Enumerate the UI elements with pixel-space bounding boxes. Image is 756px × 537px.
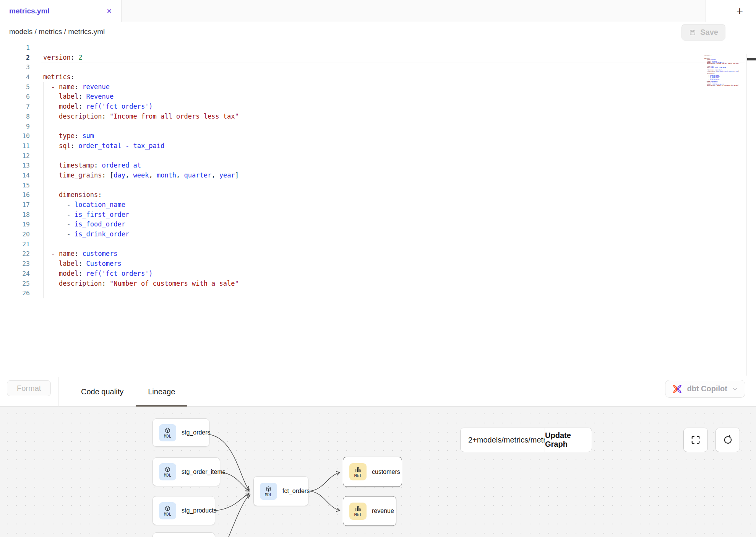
code-line-1[interactable]: 1 [0, 43, 756, 53]
scrollbar-thumb[interactable] [747, 58, 756, 60]
lineage-node-revenue[interactable]: MET revenue [343, 496, 396, 526]
code-line-17[interactable]: 17- location_name [0, 200, 756, 210]
format-button[interactable]: Format [7, 380, 51, 396]
new-tab-icon[interactable]: + [736, 5, 743, 17]
line-content: - is_food_order [43, 220, 125, 229]
code-line-22[interactable]: 22- name: customers [0, 249, 756, 259]
line-number: 19 [0, 220, 30, 229]
line-number: 22 [0, 249, 30, 259]
code-line-21[interactable]: 21 [0, 239, 756, 249]
code-line-8[interactable]: 8description: "Income from all orders le… [0, 112, 756, 122]
code-line-10[interactable]: 10type: sum [0, 131, 756, 141]
chevron-down-icon [732, 386, 738, 392]
code-line-5[interactable]: 5- name: revenue [0, 82, 756, 92]
code-line-25[interactable]: 25description: "Number of customers with… [0, 279, 756, 289]
minimap[interactable]: version: 2 metrics: - name: revenue labe… [704, 54, 745, 88]
lineage-node-customers[interactable]: MET customers [343, 457, 402, 487]
refresh-icon [723, 435, 733, 445]
code-line-7[interactable]: 7model: ref('fct_orders') [0, 102, 756, 112]
breadcrumb-row: models / metrics / metrics.yml Save [0, 22, 756, 42]
line-number: 21 [0, 239, 30, 249]
node-label: stg_products [182, 507, 217, 514]
line-content: - name: revenue [43, 82, 110, 92]
line-number: 10 [0, 131, 30, 141]
line-number: 16 [0, 190, 30, 200]
line-content: description: "Income from all orders les… [43, 112, 239, 122]
lineage-node-stg_orders[interactable]: MDL stg_orders [152, 418, 209, 447]
tab-code-quality[interactable]: Code quality [69, 377, 136, 407]
code-line-12[interactable]: 12 [0, 151, 756, 161]
line-content: description: "Number of customers with a… [43, 279, 239, 289]
cube-icon [164, 427, 171, 434]
code-line-24[interactable]: 24model: ref('fct_orders') [0, 269, 756, 279]
code-line-18[interactable]: 18- is_first_order [0, 210, 756, 220]
line-number: 20 [0, 229, 30, 239]
line-content: - name: customers [43, 249, 118, 259]
save-button[interactable]: Save [681, 24, 725, 41]
line-number: 9 [0, 122, 30, 132]
line-content: timestamp: ordered_at [43, 161, 141, 171]
line-content: - location_name [43, 200, 125, 210]
new-tab-area: + [705, 0, 756, 22]
line-content: - is_drink_order [43, 229, 129, 239]
lineage-node-stg_products[interactable]: MDL stg_products [152, 496, 215, 525]
code-line-9[interactable]: 9 [0, 122, 756, 132]
graph-filter-input[interactable]: 2+models/metrics/metrics.y [461, 428, 545, 452]
code-line-26[interactable]: 26 [0, 288, 756, 298]
bar-chart-icon [355, 505, 362, 512]
line-content: label: Customers [43, 259, 122, 269]
code-line-2[interactable]: 2version: 2 [0, 53, 756, 63]
line-number: 8 [0, 112, 30, 122]
line-content: metrics: [43, 72, 75, 82]
code-line-15[interactable]: 15 [0, 181, 756, 190]
line-content: time_grains: [day, week, month, quarter,… [43, 171, 239, 181]
code-line-20[interactable]: 20- is_drink_order [0, 229, 756, 239]
dbt-copilot-button[interactable]: dbt Copilot [665, 380, 745, 398]
line-content [43, 181, 59, 190]
code-line-23[interactable]: 23label: Customers [0, 259, 756, 269]
metric-badge: MET [349, 503, 367, 520]
code-line-14[interactable]: 14time_grains: [day, week, month, quarte… [0, 171, 756, 181]
tab-metrics-yml[interactable]: metrics.yml ✕ [0, 0, 122, 22]
minimap-line: description: "Number of customers with a… [704, 85, 745, 86]
save-icon [689, 29, 696, 36]
line-number: 5 [0, 82, 30, 92]
line-content: model: ref('fct_orders') [43, 102, 153, 112]
line-content [43, 288, 59, 298]
lineage-node-fct_orders[interactable]: MDL fct_orders [253, 476, 308, 506]
fullscreen-icon [691, 435, 701, 445]
lineage-graph[interactable]: MDL stg_orders MDL stg_order_items MDL s… [0, 407, 756, 537]
model-badge: MDL [260, 483, 277, 500]
cube-icon [265, 486, 272, 492]
code-line-6[interactable]: 6label: Revenue [0, 92, 756, 102]
code-line-4[interactable]: 4metrics: [0, 72, 756, 82]
model-badge: MDL [159, 424, 176, 441]
line-number: 18 [0, 210, 30, 220]
code-line-13[interactable]: 13timestamp: ordered_at [0, 161, 756, 171]
model-badge: MDL [159, 502, 176, 519]
dbt-copilot-icon [672, 384, 682, 394]
line-number: 24 [0, 269, 30, 279]
close-icon[interactable]: ✕ [107, 7, 112, 15]
code-line-16[interactable]: 16dimensions: [0, 190, 756, 200]
tab-lineage[interactable]: Lineage [136, 377, 187, 407]
code-line-19[interactable]: 19- is_food_order [0, 220, 756, 229]
fullscreen-button[interactable] [683, 428, 708, 452]
code-line-11[interactable]: 11sql: order_total - tax_paid [0, 141, 756, 151]
code-editor[interactable]: 12version: 234metrics:5- name: revenue6l… [0, 42, 756, 377]
line-number: 14 [0, 171, 30, 181]
lineage-node-stg_order_items[interactable]: MDL stg_order_items [152, 457, 220, 486]
tab-bar: metrics.yml ✕ + [0, 0, 756, 22]
bar-chart-icon [355, 466, 362, 473]
tab-title: metrics.yml [9, 7, 50, 15]
code-line-3[interactable]: 3 [0, 62, 756, 72]
editor-ruler [746, 54, 747, 376]
refresh-button[interactable] [715, 428, 740, 452]
update-graph-button[interactable]: Update Graph [545, 428, 592, 452]
line-number: 13 [0, 161, 30, 171]
line-number: 11 [0, 141, 30, 151]
breadcrumb: models / metrics / metrics.yml [9, 28, 105, 36]
bottom-toolbar: Format Code qualityLineage dbt Copilot [0, 377, 756, 407]
lineage-node-partial[interactable] [152, 532, 215, 537]
line-number: 2 [0, 53, 30, 63]
